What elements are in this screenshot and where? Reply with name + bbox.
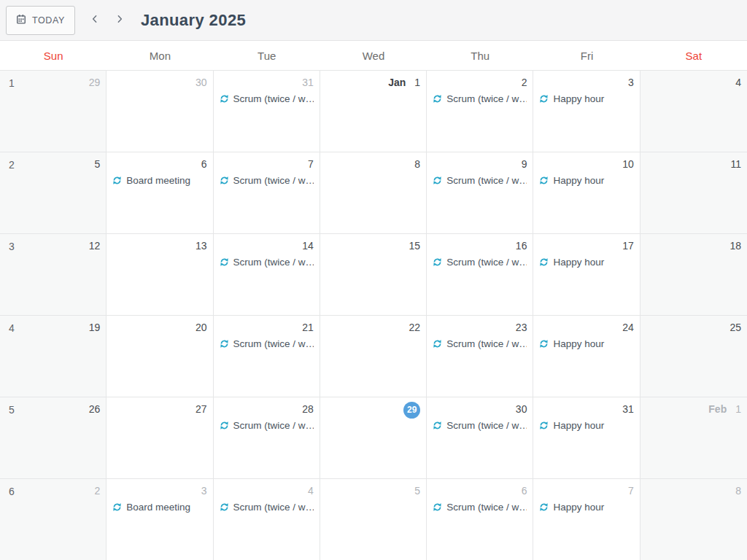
day-cell[interactable]: 25 xyxy=(640,316,747,397)
date-label: 8 xyxy=(326,157,420,173)
day-cell[interactable]: 30Scrum (twice / w… xyxy=(427,397,533,479)
calendar-icon xyxy=(16,14,26,26)
event-title: Happy hour xyxy=(553,338,604,349)
day-cell[interactable]: 24Happy hour xyxy=(533,316,640,397)
day-cell[interactable]: 14Scrum (twice / w… xyxy=(214,234,320,316)
event-item[interactable]: Happy hour xyxy=(539,420,633,431)
day-cell[interactable]: 13 xyxy=(107,234,213,316)
day-cell[interactable]: 16Scrum (twice / w… xyxy=(427,234,533,316)
day-cell[interactable]: 17Happy hour xyxy=(533,234,640,316)
event-item[interactable]: Happy hour xyxy=(539,175,633,186)
recurring-icon xyxy=(220,94,229,104)
recurring-icon xyxy=(539,257,549,267)
day-cell[interactable]: 27 xyxy=(107,397,213,479)
event-item[interactable]: Scrum (twice / w… xyxy=(433,175,527,186)
recurring-icon xyxy=(539,339,549,349)
day-cell[interactable]: 129 xyxy=(0,71,107,152)
event-item[interactable]: Happy hour xyxy=(539,502,633,513)
day-cell[interactable]: 28Scrum (twice / w… xyxy=(214,397,320,479)
date-label: 2 xyxy=(6,483,100,499)
date-label: 20 xyxy=(112,320,206,336)
event-title: Scrum (twice / w… xyxy=(446,93,527,104)
day-header-fri: Fri xyxy=(533,50,640,62)
day-cell[interactable]: 8 xyxy=(640,479,747,560)
event-item[interactable]: Scrum (twice / w… xyxy=(433,338,527,349)
day-cell[interactable]: 312 xyxy=(0,234,107,316)
event-item[interactable]: Scrum (twice / w… xyxy=(433,502,527,513)
recurring-icon xyxy=(220,176,229,185)
day-cell[interactable]: 3Happy hour xyxy=(533,71,640,152)
event-item[interactable]: Scrum (twice / w… xyxy=(220,93,314,104)
day-header-tue: Tue xyxy=(214,50,320,62)
day-cell[interactable]: 5 xyxy=(320,479,427,560)
week-number: 5 xyxy=(9,404,15,416)
today-button[interactable]: TODAY xyxy=(6,6,75,35)
next-month-button[interactable] xyxy=(109,7,131,34)
day-cell[interactable]: 2Scrum (twice / w… xyxy=(427,71,533,152)
day-cell[interactable]: 31Scrum (twice / w… xyxy=(214,71,320,152)
day-cell[interactable]: 526 xyxy=(0,397,107,479)
event-item[interactable]: Scrum (twice / w… xyxy=(220,175,314,186)
today-button-label: TODAY xyxy=(32,15,65,26)
day-cell[interactable]: 15 xyxy=(320,234,427,316)
event-item[interactable]: Scrum (twice / w… xyxy=(433,257,527,268)
day-cell[interactable]: 23Scrum (twice / w… xyxy=(427,316,533,397)
day-cell[interactable]: 8 xyxy=(320,152,427,234)
recurring-icon xyxy=(433,94,442,104)
event-title: Happy hour xyxy=(553,175,604,186)
event-title: Happy hour xyxy=(553,93,604,104)
week-number: 1 xyxy=(9,77,15,89)
day-cell[interactable]: 62 xyxy=(0,479,107,560)
day-cell[interactable]: 25 xyxy=(0,152,107,234)
day-cell[interactable]: 30 xyxy=(107,71,213,152)
day-cell[interactable]: 31Happy hour xyxy=(533,397,640,479)
event-item[interactable]: Happy hour xyxy=(539,93,633,104)
day-cell[interactable]: Feb1 xyxy=(640,397,747,479)
event-title: Scrum (twice / w… xyxy=(446,420,527,431)
day-cell[interactable]: 6Scrum (twice / w… xyxy=(427,479,533,560)
event-title: Happy hour xyxy=(553,257,604,268)
event-item[interactable]: Scrum (twice / w… xyxy=(220,502,314,513)
toolbar: TODAY January 2025 xyxy=(0,0,747,41)
event-item[interactable]: Scrum (twice / w… xyxy=(220,338,314,349)
month-abbr-label: Jan xyxy=(388,77,406,88)
day-cell[interactable]: 9Scrum (twice / w… xyxy=(427,152,533,234)
day-cell[interactable]: 29 xyxy=(320,397,427,479)
day-cell[interactable]: 7Happy hour xyxy=(533,479,640,560)
day-cell[interactable]: 21Scrum (twice / w… xyxy=(214,316,320,397)
prev-month-button[interactable] xyxy=(84,7,106,34)
day-cell[interactable]: 11 xyxy=(640,152,747,234)
day-cell[interactable]: Jan1 xyxy=(320,71,427,152)
day-cell[interactable]: 18 xyxy=(640,234,747,316)
day-cell[interactable]: 20 xyxy=(107,316,213,397)
recurring-icon xyxy=(433,502,442,512)
date-label: 22 xyxy=(326,320,420,336)
day-cell[interactable]: 4Scrum (twice / w… xyxy=(214,479,320,560)
date-label: 16 xyxy=(433,238,527,254)
date-label: 15 xyxy=(326,238,420,254)
event-item[interactable]: Scrum (twice / w… xyxy=(433,420,527,431)
event-item[interactable]: Happy hour xyxy=(539,338,633,349)
event-item[interactable]: Happy hour xyxy=(539,257,633,268)
day-cell[interactable]: 22 xyxy=(320,316,427,397)
day-cell[interactable]: 4 xyxy=(640,71,747,152)
day-cell[interactable]: 3Board meeting xyxy=(107,479,213,560)
recurring-icon xyxy=(220,502,229,512)
day-cell[interactable]: 6Board meeting xyxy=(107,152,213,234)
day-cell[interactable]: 10Happy hour xyxy=(533,152,640,234)
date-label: 25 xyxy=(646,320,741,336)
day-cell[interactable]: 7Scrum (twice / w… xyxy=(214,152,320,234)
recurring-icon xyxy=(220,421,229,430)
event-title: Scrum (twice / w… xyxy=(446,338,527,349)
event-item[interactable]: Scrum (twice / w… xyxy=(220,257,314,268)
event-item[interactable]: Scrum (twice / w… xyxy=(433,93,527,104)
date-label: 18 xyxy=(646,238,741,254)
event-item[interactable]: Board meeting xyxy=(112,502,206,513)
day-cell[interactable]: 419 xyxy=(0,316,107,397)
event-title: Scrum (twice / w… xyxy=(233,338,314,349)
date-label: 7 xyxy=(539,483,633,499)
event-item[interactable]: Board meeting xyxy=(112,175,206,186)
event-title: Scrum (twice / w… xyxy=(233,257,314,268)
event-title: Scrum (twice / w… xyxy=(233,502,314,513)
event-item[interactable]: Scrum (twice / w… xyxy=(220,420,314,431)
